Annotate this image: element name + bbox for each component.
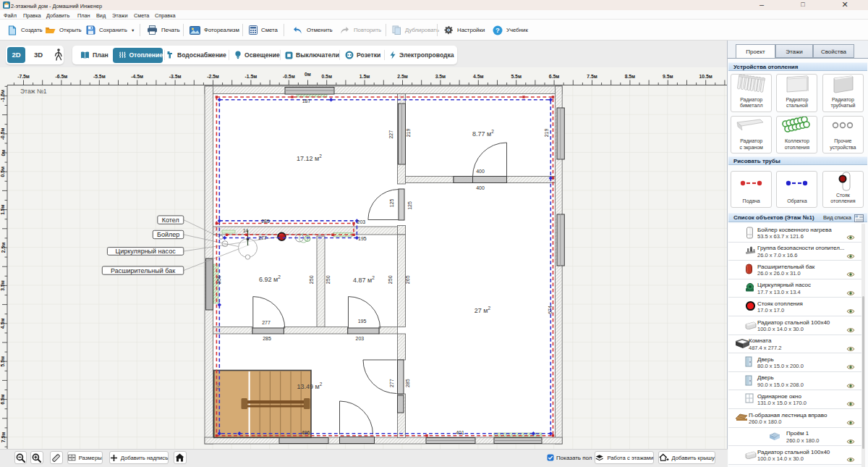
svg-text:421: 421 (216, 382, 220, 390)
svg-text:-3.5м: -3.5м (169, 74, 182, 79)
svg-text:285: 285 (261, 219, 270, 224)
svg-text:Котел: Котел (162, 216, 179, 224)
svg-text:Циркулярный насос: Циркулярный насос (115, 248, 176, 255)
svg-text:-7.5м: -7.5м (17, 74, 30, 79)
svg-text:203: 203 (356, 336, 365, 341)
svg-text:674: 674 (548, 306, 553, 314)
svg-text:277: 277 (262, 320, 271, 325)
svg-text:-1.5м: -1.5м (1, 90, 6, 102)
svg-text:250: 250 (326, 275, 331, 284)
svg-text:-1.5м: -1.5м (245, 74, 258, 79)
svg-text:14: 14 (243, 228, 249, 233)
svg-text:13.49 м2: 13.49 м2 (297, 382, 323, 390)
svg-text:195: 195 (358, 319, 367, 324)
svg-text:285: 285 (406, 379, 411, 387)
svg-text:250: 250 (217, 275, 222, 284)
svg-text:1.5м: 1.5м (359, 74, 370, 79)
svg-text:7.5м: 7.5м (1, 432, 6, 442)
svg-text:0.5м: 0.5м (321, 74, 331, 79)
svg-text:195: 195 (358, 236, 367, 241)
svg-text:125: 125 (389, 199, 394, 208)
svg-text:-2.5м: -2.5м (207, 74, 219, 79)
svg-text:1.5м: 1.5м (1, 204, 6, 214)
svg-text:277: 277 (390, 379, 395, 387)
svg-text:2.5м: 2.5м (1, 243, 6, 253)
svg-text:-6.5м: -6.5м (56, 74, 68, 79)
svg-text:6.92 м2: 6.92 м2 (259, 274, 281, 283)
svg-text:265: 265 (406, 275, 411, 284)
svg-text:-4.5м: -4.5м (131, 74, 143, 79)
svg-text:4.5м: 4.5м (1, 319, 6, 329)
svg-text:0.5м: 0.5м (1, 167, 6, 177)
svg-text:-0.5м: -0.5м (283, 74, 295, 79)
svg-text:227: 227 (388, 130, 393, 139)
svg-text:3.5м: 3.5м (435, 74, 446, 79)
svg-text:277: 277 (258, 235, 267, 240)
svg-text:125: 125 (407, 201, 412, 210)
svg-text:0м: 0м (1, 150, 6, 156)
svg-text:Расширительный бак: Расширительный бак (111, 267, 175, 274)
svg-text:401: 401 (456, 430, 464, 435)
svg-text:250: 250 (309, 275, 314, 284)
svg-text:187: 187 (302, 98, 311, 104)
svg-text:2.5м: 2.5м (397, 74, 407, 79)
svg-text:203: 203 (357, 219, 366, 224)
svg-text:219: 219 (544, 129, 549, 138)
svg-text:0м: 0м (305, 72, 311, 77)
svg-text:6.5м: 6.5м (1, 394, 6, 404)
svg-text:400: 400 (476, 169, 485, 174)
svg-text:496: 496 (302, 430, 310, 435)
svg-text:-5.5м: -5.5м (93, 74, 106, 79)
svg-text:10.5м: 10.5м (699, 74, 712, 79)
svg-text:4.87 м2: 4.87 м2 (353, 275, 375, 284)
svg-text:Этаж №1: Этаж №1 (20, 88, 47, 95)
svg-text:-0.5м: -0.5м (1, 127, 6, 140)
svg-text:250: 250 (388, 275, 393, 284)
svg-text:17.12 м2: 17.12 м2 (297, 153, 322, 162)
svg-text:?: ? (495, 26, 500, 34)
svg-text:5.5м: 5.5м (1, 356, 6, 366)
svg-text:3.5м: 3.5м (1, 280, 6, 290)
svg-text:5.5м: 5.5м (511, 74, 521, 79)
svg-text:Бойлер: Бойлер (157, 231, 179, 238)
svg-text:8.5м: 8.5м (625, 74, 635, 79)
svg-text:6.5м: 6.5м (549, 74, 559, 79)
svg-text:285: 285 (263, 336, 271, 341)
svg-text:219: 219 (406, 129, 411, 138)
svg-text:4.5м: 4.5м (473, 74, 483, 79)
svg-text:9.5м: 9.5м (663, 74, 673, 79)
svg-text:400: 400 (476, 185, 485, 190)
svg-text:7.5м: 7.5м (587, 74, 597, 79)
svg-text:8.77 м2: 8.77 м2 (472, 129, 494, 138)
